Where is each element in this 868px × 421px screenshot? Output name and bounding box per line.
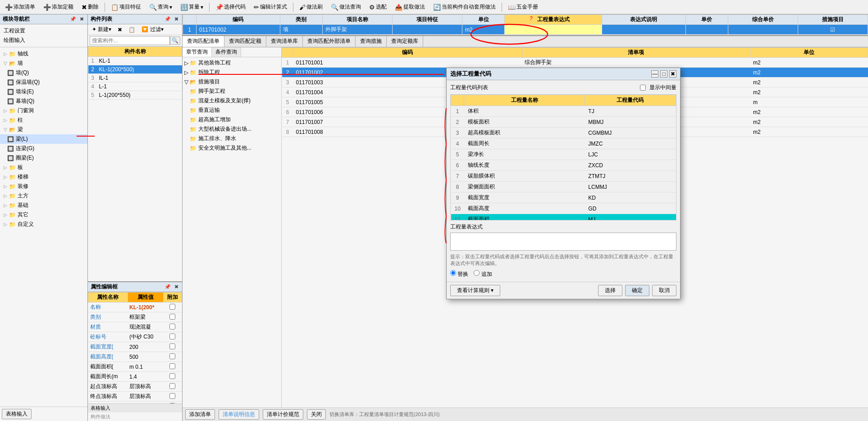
method-brush-button[interactable]: 🖌 做法刷 (296, 2, 326, 12)
dialog-maximize-btn[interactable]: □ (660, 70, 667, 78)
radio-append-label[interactable]: 追加 (474, 270, 492, 278)
view-calc-rules-btn[interactable]: 查看计算规则 ▾ (450, 285, 500, 296)
nav-item-beam-l[interactable]: 🔲 梁(L) (0, 134, 87, 144)
nav-item-ring-beam[interactable]: 🔲 圈梁(E) (0, 153, 87, 163)
nav-item-column[interactable]: ▷ 📁 柱 (0, 115, 87, 125)
dialog-code-row[interactable]: 5梁净长LJC (451, 149, 676, 160)
props-close[interactable]: ✖ (174, 284, 179, 290)
nav-item-project-settings[interactable]: 工程设置 (0, 26, 87, 36)
comp-list-item[interactable]: 1KL-1 (88, 57, 182, 65)
tab-match-quota[interactable]: 查询匹配定额 (224, 36, 266, 47)
tab-quota-lib[interactable]: 查询定额库 (387, 36, 423, 47)
tree-item-safety[interactable]: 📁 安全文明施工及其他... (183, 143, 281, 153)
props-pin[interactable]: 📌 (164, 284, 172, 290)
calculate-button[interactable]: 🔢 算量▾ (177, 2, 206, 12)
prop-value[interactable]: 现浇混凝 (128, 322, 163, 332)
prop-extra[interactable] (163, 302, 182, 312)
tab-external-list[interactable]: 查询匹配外部清单 (303, 36, 356, 47)
tab-match-list[interactable]: 查询匹配清单 (183, 36, 224, 47)
comp-list-item[interactable]: 3IL-1 (88, 74, 182, 82)
show-intermediate-checkbox[interactable] (640, 85, 646, 91)
comp-list-close[interactable]: ✖ (174, 16, 179, 22)
prop-extra[interactable] (163, 342, 182, 352)
dialog-code-row[interactable]: 1体积TJ (451, 106, 676, 117)
add-quota-button[interactable]: ➕ 添加定额 (40, 2, 77, 12)
dialog-code-row[interactable]: 8梁侧面面积LCMMJ (451, 182, 676, 192)
prop-value[interactable]: m 0.1 (128, 362, 163, 372)
select-code-button[interactable]: 📌 选择代码 (212, 2, 249, 12)
prop-value[interactable]: KL-1(200* (128, 302, 163, 312)
nav-item-decoration[interactable]: ▷ 📁 装修 (0, 182, 87, 191)
nav-item-earthwork[interactable]: ▷ 📁 土方 (0, 191, 87, 201)
filter-btn[interactable]: 🔽 过滤▾ (139, 25, 165, 34)
nav-item-stair[interactable]: ▷ 📁 楼梯 (0, 172, 87, 182)
dialog-code-row[interactable]: 4截面周长JMZC (451, 138, 676, 149)
list-info-btn[interactable]: 清单说明信息 (219, 409, 259, 420)
dialog-code-row[interactable]: 9截面宽度KD (451, 192, 676, 203)
table-input-btn[interactable]: 表格输入 (2, 409, 32, 419)
tree-item-large-equipment[interactable]: 📁 大型机械设备进出场... (183, 124, 281, 134)
list-spec-btn[interactable]: 清单计价规范 (263, 409, 303, 420)
comp-btn-2[interactable]: 📋 (126, 26, 137, 34)
tree-item-extra-height[interactable]: 📁 超高施工增加 (183, 115, 281, 124)
dialog-cancel-btn[interactable]: 取消 (652, 285, 676, 296)
nav-item-custom[interactable]: ▷ 📁 自定义 (0, 220, 87, 229)
prop-extra[interactable] (163, 372, 182, 382)
dialog-close-btn[interactable]: ✖ (669, 70, 676, 78)
tab-measure[interactable]: 查询措施 (356, 36, 387, 47)
prop-extra[interactable] (163, 312, 182, 322)
prop-value[interactable]: 200 (128, 342, 163, 352)
tree-item-drainage[interactable]: 📁 施工排水、降水 (183, 134, 281, 143)
nav-item-wall-q[interactable]: 🔲 墙(Q) (0, 68, 87, 78)
dialog-select-btn[interactable]: 选择 (598, 285, 622, 296)
auto-apply-button[interactable]: 🔄 当前构件自动套用做法 (430, 2, 499, 12)
nav-item-insulation-wall[interactable]: 🔲 保温墙(Q) (0, 78, 87, 87)
add-list-button[interactable]: ➕ 添加清单 (2, 2, 38, 12)
radio-replace-label[interactable]: 替换 (450, 270, 468, 278)
select-config-button[interactable]: ⚙ 选配 (366, 2, 390, 12)
nav-item-beam[interactable]: ▽ 📂 梁 (0, 125, 87, 134)
prop-value[interactable]: 1.4 (128, 372, 163, 382)
dialog-code-row[interactable]: 7碳胎膜体积ZTMTJ (451, 171, 676, 182)
dialog-code-row[interactable]: 3超高模板面积CGMBMJ (451, 128, 676, 138)
hardware-manual-button[interactable]: 📖 五金手册 (505, 2, 541, 12)
nav-item-slab[interactable]: ▷ 📁 板 (0, 163, 87, 172)
tree-item-demolition[interactable]: ▷ 📁 拆除工程 (183, 68, 281, 77)
query-result-row[interactable]: 1011701001综合脚手架m2 (282, 58, 868, 68)
prop-value[interactable]: 层顶标高 (128, 392, 163, 402)
query-button[interactable]: 🔍 查询▾ (146, 2, 175, 12)
delete-button[interactable]: ✖ 删除 (78, 2, 102, 12)
comp-list-pin[interactable]: 📌 (164, 16, 172, 22)
chapter-tab-condition[interactable]: 条件查询 (212, 47, 241, 57)
delete-comp-btn[interactable]: ✖ (115, 26, 124, 34)
nav-item-foundation[interactable]: ▷ 📁 基础 (0, 201, 87, 210)
comp-list-item[interactable]: 5L-1(200*550) (88, 91, 182, 100)
nav-item-other[interactable]: ▷ 📁 其它 (0, 210, 87, 220)
table-row[interactable]: 1 011701002 项 外脚手架 m2 ☑ (183, 25, 868, 35)
tree-item-scaffold[interactable]: 📁 脚手架工程 (183, 87, 281, 96)
prop-value[interactable]: 500 (128, 352, 163, 362)
dialog-minimize-btn[interactable]: — (651, 70, 658, 78)
extract-method-button[interactable]: 📤 提取做法 (392, 2, 428, 12)
prop-extra[interactable] (163, 382, 182, 392)
close-query-btn[interactable]: 关闭 (307, 409, 326, 420)
prop-extra[interactable] (163, 332, 182, 342)
comp-search-input[interactable] (90, 36, 170, 45)
tree-item-measures[interactable]: ▽ 📂 措施项目 (183, 77, 281, 87)
radio-replace[interactable] (450, 270, 456, 276)
nav-item-axis[interactable]: ▷ 📁 轴线 (0, 49, 87, 59)
prop-extra[interactable] (163, 352, 182, 362)
comp-list-item[interactable]: 2KL-1(200*500) (88, 65, 182, 74)
tree-item-other-decoration[interactable]: ▷ 📁 其他装饰工程 (183, 58, 281, 68)
nav-item-drawing-input[interactable]: 绘图输入 (0, 36, 87, 45)
nav-item-link-beam[interactable]: 🔲 连梁(G) (0, 144, 87, 153)
prop-value[interactable]: 框架梁 (128, 312, 163, 322)
method-query-button[interactable]: 🔍 做法查询 (328, 2, 364, 12)
new-comp-btn[interactable]: ✦ 新建▾ (90, 25, 114, 34)
nav-pin-btn[interactable]: 📌 (69, 16, 77, 22)
expr-input-area[interactable] (450, 233, 676, 251)
radio-append[interactable] (474, 270, 480, 276)
tree-item-concrete-formwork[interactable]: 📁 混凝土模板及支架(撑) (183, 96, 281, 105)
chapter-tab-node[interactable]: 章节查询 (183, 47, 212, 57)
dialog-code-row[interactable]: 11截面面积MJ (451, 214, 676, 221)
